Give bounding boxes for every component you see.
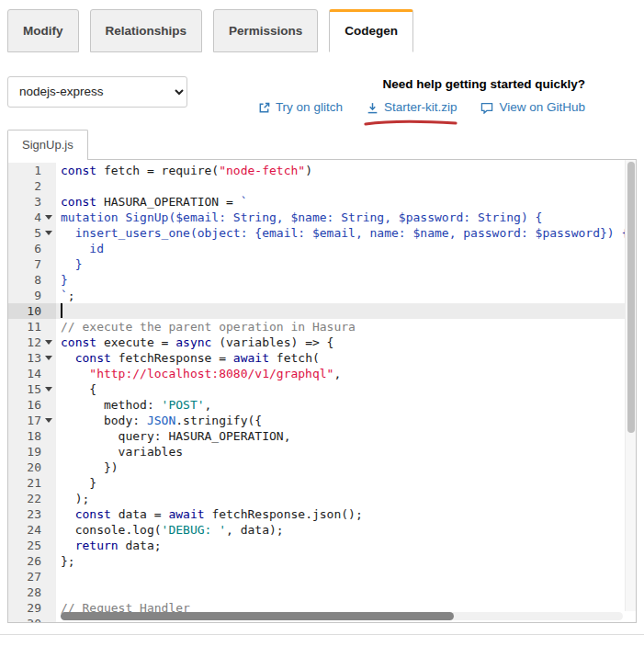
code-row: 5 insert_users_one(object: {email: $emai… — [8, 225, 636, 241]
code-line[interactable]: const fetchResponse = await fetch( — [56, 350, 636, 366]
code-line[interactable]: variables — [56, 444, 636, 459]
file-tab-signup[interactable]: SignUp.js — [7, 130, 88, 160]
code-token: "node-fetch" — [219, 164, 305, 177]
code-line[interactable]: return data; — [56, 538, 636, 553]
gutter-cell[interactable]: 21 — [8, 475, 56, 491]
code-line[interactable]: // execute the parent operation in Hasur… — [56, 319, 636, 335]
gutter-cell[interactable]: 16 — [8, 397, 56, 413]
fold-slot — [41, 163, 56, 178]
tab-permissions[interactable]: Permissions — [213, 9, 318, 52]
gutter-cell[interactable]: 8 — [8, 272, 56, 288]
code-line[interactable]: { — [56, 381, 636, 397]
code-line[interactable]: `; — [56, 288, 636, 303]
code-row: 17 body: JSON.stringify({ — [8, 413, 636, 428]
gutter-cell[interactable]: 4 — [8, 210, 56, 225]
code-line[interactable]: "http://localhost:8080/v1/graphql", — [56, 366, 636, 381]
code-line[interactable]: console.log('DEBUG: ', data); — [56, 522, 636, 538]
code-token: }; — [61, 554, 75, 568]
gutter-cell[interactable]: 28 — [8, 584, 56, 600]
gutter-cell[interactable]: 24 — [8, 522, 56, 538]
editor-vertical-scrollbar[interactable] — [625, 160, 636, 611]
code-token: const — [61, 195, 104, 209]
gutter-cell[interactable]: 20 — [8, 459, 56, 475]
code-line[interactable]: const HASURA_OPERATION = ` — [56, 194, 636, 210]
gutter-cell[interactable]: 12 — [8, 335, 56, 350]
horizontal-scrollbar-thumb[interactable] — [61, 612, 454, 620]
editor-horizontal-scrollbar[interactable] — [61, 612, 623, 620]
fold-toggle[interactable] — [41, 413, 56, 428]
fold-toggle[interactable] — [41, 225, 56, 241]
gutter-cell[interactable]: 6 — [8, 241, 56, 256]
tab-modify[interactable]: Modify — [7, 9, 79, 52]
line-number: 26 — [8, 553, 41, 569]
code-editor[interactable]: 1const fetch = require("node-fetch")23co… — [7, 159, 637, 623]
help-heading: Need help getting started quickly? — [382, 76, 585, 93]
gutter-cell[interactable]: 23 — [8, 506, 56, 522]
link-view-on-github[interactable]: View on GitHub — [480, 100, 585, 115]
gutter-cell[interactable]: 13 — [8, 350, 56, 366]
code-line[interactable]: body: JSON.stringify({ — [56, 413, 636, 428]
code-line[interactable]: const execute = async (variables) => { — [56, 335, 636, 350]
gutter-cell[interactable]: 17 — [8, 413, 56, 428]
code-token: } — [61, 273, 68, 287]
gutter-cell[interactable]: 19 — [8, 444, 56, 459]
fold-toggle[interactable] — [41, 381, 56, 397]
gutter-cell[interactable]: 1 — [8, 163, 56, 178]
code-line[interactable]: query: HASURA_OPERATION, — [56, 428, 636, 444]
external-link-icon — [258, 102, 270, 114]
gutter-cell[interactable]: 30 — [8, 616, 56, 623]
gutter-cell[interactable]: 29 — [8, 600, 56, 616]
code-line[interactable]: }; — [56, 553, 636, 569]
gutter-cell[interactable]: 15 — [8, 381, 56, 397]
code-line[interactable]: } — [56, 272, 636, 288]
code-line[interactable]: }) — [56, 459, 636, 475]
code-line[interactable]: } — [56, 256, 636, 272]
code-line[interactable]: method: 'POST', — [56, 397, 636, 413]
fold-slot — [41, 178, 56, 194]
gutter-cell[interactable]: 22 — [8, 491, 56, 506]
file-tab-label: SignUp.js — [22, 138, 73, 152]
code-token: .stringify({ — [175, 414, 262, 427]
code-line[interactable] — [56, 569, 636, 584]
fold-arrow-icon — [45, 387, 52, 391]
code-line[interactable]: const fetch = require("node-fetch") — [56, 163, 636, 178]
code-token: insert_users_one(object: {email: $email,… — [61, 226, 628, 240]
link-starter-kit-zip[interactable]: Starter-kit.zip — [367, 100, 458, 115]
gutter-cell[interactable]: 26 — [8, 553, 56, 569]
code-row: 2 — [8, 178, 636, 194]
fold-toggle[interactable] — [41, 210, 56, 225]
code-line[interactable] — [56, 178, 636, 194]
code-token: , — [205, 398, 212, 412]
gutter-cell[interactable]: 9 — [8, 288, 56, 303]
gutter-cell[interactable]: 3 — [8, 194, 56, 210]
tab-relationships[interactable]: Relationships — [90, 9, 203, 52]
gutter-cell[interactable]: 18 — [8, 428, 56, 444]
code-line[interactable]: ); — [56, 491, 636, 506]
code-line[interactable]: insert_users_one(object: {email: $email,… — [56, 225, 636, 241]
fold-toggle[interactable] — [41, 350, 56, 366]
gutter-cell[interactable]: 14 — [8, 366, 56, 381]
gutter-cell[interactable]: 11 — [8, 319, 56, 335]
code-line[interactable]: const data = await fetchResponse.json(); — [56, 506, 636, 522]
codegen-framework-select[interactable]: nodejs-express — [7, 76, 187, 108]
fold-toggle[interactable] — [41, 335, 56, 350]
line-number: 11 — [8, 319, 41, 335]
gutter-cell[interactable]: 25 — [8, 538, 56, 553]
gutter-cell[interactable]: 5 — [8, 225, 56, 241]
vertical-scrollbar-thumb[interactable] — [627, 162, 635, 433]
gutter-cell[interactable]: 7 — [8, 256, 56, 272]
code-row: 3const HASURA_OPERATION = ` — [8, 194, 636, 210]
fold-slot — [41, 475, 56, 491]
code-line[interactable] — [56, 584, 636, 600]
code-line[interactable]: mutation SignUp($email: String, $name: S… — [56, 210, 636, 225]
tab-codegen[interactable]: Codegen — [329, 9, 413, 52]
fold-arrow-icon — [45, 356, 52, 360]
code-line[interactable]: id — [56, 241, 636, 256]
gutter-cell[interactable]: 10 — [8, 303, 56, 319]
link-try-on-glitch[interactable]: Try on glitch — [258, 100, 343, 115]
code-line[interactable] — [56, 303, 636, 319]
fold-slot — [41, 522, 56, 538]
code-line[interactable]: } — [56, 475, 636, 491]
gutter-cell[interactable]: 27 — [8, 569, 56, 584]
gutter-cell[interactable]: 2 — [8, 178, 56, 194]
